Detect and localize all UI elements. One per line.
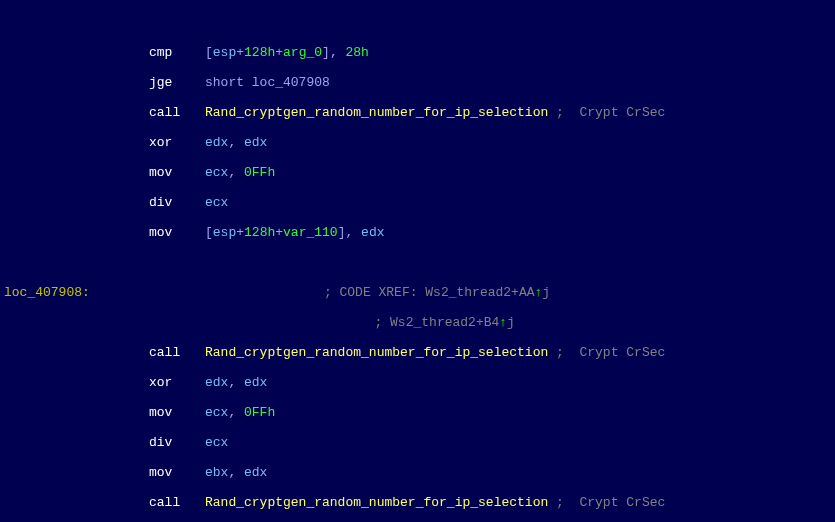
- mnemonic: mov: [149, 225, 205, 240]
- asm-line: mov[esp+128h+var_110], edx: [0, 225, 835, 240]
- mnemonic: xor: [149, 135, 205, 150]
- func-call: Rand_cryptgen_random_number_for_ip_selec…: [205, 345, 548, 360]
- mnemonic: mov: [149, 165, 205, 180]
- asm-line: divecx: [0, 435, 835, 450]
- mnemonic: mov: [149, 405, 205, 420]
- mnemonic: call: [149, 105, 205, 120]
- asm-line: callRand_cryptgen_random_number_for_ip_s…: [0, 345, 835, 360]
- asm-line: cmp[esp+128h+arg_0], 28h: [0, 45, 835, 60]
- mnemonic: div: [149, 435, 205, 450]
- asm-line: divecx: [0, 195, 835, 210]
- mnemonic: div: [149, 195, 205, 210]
- code-label: loc_407908:: [4, 285, 90, 300]
- asm-line: movebx, edx: [0, 465, 835, 480]
- asm-line: callRand_cryptgen_random_number_for_ip_s…: [0, 495, 835, 510]
- asm-line: movecx, 0FFh: [0, 405, 835, 420]
- func-call: Rand_cryptgen_random_number_for_ip_selec…: [205, 495, 548, 510]
- comment: ; Crypt CrSec: [548, 495, 665, 510]
- asm-line: jgeshort loc_407908: [0, 75, 835, 90]
- func-call: Rand_cryptgen_random_number_for_ip_selec…: [205, 105, 548, 120]
- mnemonic: cmp: [149, 45, 205, 60]
- arrow-up-icon: ↑: [499, 315, 507, 330]
- mnemonic: mov: [149, 465, 205, 480]
- comment: ; Crypt CrSec: [548, 105, 665, 120]
- mnemonic: jge: [149, 75, 205, 90]
- xref-comment: ; Ws2_thread2+B4: [374, 315, 499, 330]
- mnemonic: xor: [149, 375, 205, 390]
- mnemonic: call: [149, 345, 205, 360]
- blank-line: [0, 255, 835, 270]
- asm-line: xoredx, edx: [0, 135, 835, 150]
- xref-comment: ; CODE XREF: Ws2_thread2+AA: [324, 285, 535, 300]
- xref-line: ; Ws2_thread2+B4↑j: [0, 315, 835, 330]
- asm-line: xoredx, edx: [0, 375, 835, 390]
- comment: ; Crypt CrSec: [548, 345, 665, 360]
- asm-line: callRand_cryptgen_random_number_for_ip_s…: [0, 105, 835, 120]
- label-line: loc_407908: ; CODE XREF: Ws2_thread2+AA↑…: [0, 285, 835, 300]
- mnemonic: call: [149, 495, 205, 510]
- asm-line: movecx, 0FFh: [0, 165, 835, 180]
